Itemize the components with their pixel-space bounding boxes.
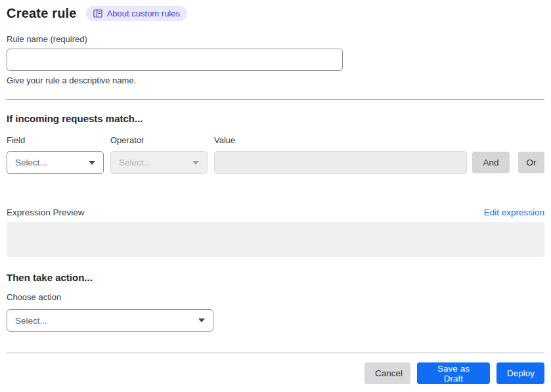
or-button[interactable]: Or — [518, 152, 544, 173]
action-section-heading: Then take action... — [7, 271, 544, 284]
expression-preview-header: Expression Preview Edit expression — [7, 207, 544, 217]
rule-name-section: Rule name (required) Give your rule a de… — [7, 34, 544, 86]
match-condition-row: Select... Select... And Or — [7, 151, 544, 174]
choose-action-select-value: Select... — [15, 316, 47, 326]
footer-actions: Cancel Save as Draft Deploy — [7, 362, 544, 384]
rule-name-label: Rule name (required) — [7, 34, 544, 45]
field-select-value: Select... — [15, 158, 47, 167]
field-select[interactable]: Select... — [7, 151, 104, 174]
and-button[interactable]: And — [472, 152, 510, 173]
operator-select: Select... — [110, 151, 208, 174]
operator-select-value: Select... — [119, 158, 151, 167]
rule-name-helper-text: Give your rule a descriptive name. — [7, 76, 544, 86]
about-custom-rules-link[interactable]: About custom rules — [86, 6, 187, 21]
page-header: Create rule About custom rules — [7, 6, 544, 21]
rule-name-input[interactable] — [7, 49, 343, 71]
value-label: Value — [214, 135, 544, 146]
about-badge-label: About custom rules — [107, 9, 180, 18]
section-divider — [7, 99, 544, 100]
match-section-heading: If incoming requests match... — [7, 112, 544, 125]
page-title: Create rule — [7, 6, 77, 21]
chevron-down-icon — [198, 318, 205, 322]
choose-action-select[interactable]: Select... — [7, 309, 213, 332]
operator-label: Operator — [110, 135, 208, 146]
match-column-labels: Field Operator Value — [7, 135, 544, 146]
footer-divider — [7, 353, 544, 353]
value-input — [214, 151, 467, 174]
expression-preview-box — [7, 222, 544, 257]
deploy-button[interactable]: Deploy — [496, 362, 544, 384]
save-as-draft-button[interactable]: Save as Draft — [417, 362, 490, 384]
book-icon — [93, 9, 102, 18]
chevron-down-icon — [89, 161, 95, 165]
chevron-down-icon — [192, 161, 199, 165]
choose-action-label: Choose action — [7, 292, 544, 303]
expression-preview-label: Expression Preview — [7, 207, 85, 217]
cancel-button[interactable]: Cancel — [364, 362, 410, 384]
edit-expression-link[interactable]: Edit expression — [484, 207, 544, 217]
field-label: Field — [7, 135, 104, 146]
